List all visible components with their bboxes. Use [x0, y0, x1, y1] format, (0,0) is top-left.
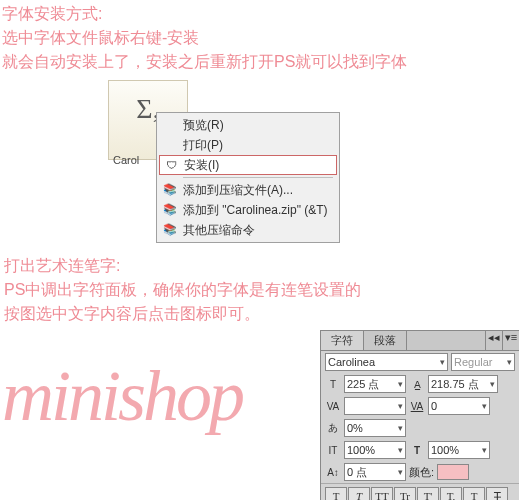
install-instructions: 字体安装方式: 选中字体文件鼠标右键-安装 就会自动安装上了，安装之后重新打开P… — [0, 0, 519, 74]
ctx-other-zip[interactable]: 📚 其他压缩命令 — [159, 220, 337, 240]
baseline-icon: A↕ — [325, 467, 341, 478]
shield-icon: 🛡 — [164, 158, 178, 172]
panel-menu-icon[interactable]: ▾≡ — [502, 331, 519, 350]
header-line: 按图选中文字内容后点击图标即可。 — [4, 302, 361, 326]
baseline-input[interactable]: 0 点 — [344, 463, 406, 481]
watermark-text: minishop — [2, 355, 242, 438]
tab-character[interactable]: 字符 — [321, 331, 364, 350]
style-buttons-row: T T TT Tr T' T, T T̶ — [321, 483, 519, 500]
tsume-icon: あ — [325, 421, 341, 435]
context-menu: 预览(R) 打印(P) 🛡 安装(I) 📚 添加到压缩文件(A)... 📚 添加… — [156, 112, 340, 243]
font-family-select[interactable]: Carolinea — [325, 353, 448, 371]
tab-paragraph[interactable]: 段落 — [364, 331, 407, 350]
ctx-preview[interactable]: 预览(R) — [159, 115, 337, 135]
tsume-input[interactable]: 0% — [344, 419, 406, 437]
vscale-icon: IT — [325, 445, 341, 456]
ot-btn[interactable]: T' — [417, 487, 439, 500]
separator — [183, 177, 333, 178]
ot-btn[interactable]: T, — [440, 487, 462, 500]
kerning-icon: VA — [325, 401, 341, 412]
file-label: Carol — [113, 154, 153, 166]
panel-tabs: 字符 段落 ◂◂ ▾≡ — [321, 331, 519, 351]
font-style-select[interactable]: Regular — [451, 353, 515, 371]
header-line: 打出艺术连笔字: — [4, 254, 361, 278]
header-line: 选中字体文件鼠标右键-安装 — [2, 26, 519, 50]
ot-btn[interactable]: T — [325, 487, 347, 500]
zip-icon: 📚 — [163, 182, 177, 196]
hscale-icon: T — [409, 445, 425, 456]
ctx-add-carolinea-zip[interactable]: 📚 添加到 "Carolinea.zip" (&T) — [159, 200, 337, 220]
hscale-input[interactable]: 100% — [428, 441, 490, 459]
zip-icon: 📚 — [163, 222, 177, 236]
leading-input[interactable]: 218.75 点 — [428, 375, 498, 393]
vscale-input[interactable]: 100% — [344, 441, 406, 459]
tracking-icon: VA — [409, 401, 425, 412]
leading-icon: A̲ — [409, 379, 425, 390]
ctx-install[interactable]: 🛡 安装(I) — [159, 155, 337, 175]
ot-btn[interactable]: T̶ — [486, 487, 508, 500]
color-label: 颜色: — [409, 465, 434, 480]
collapse-icon[interactable]: ◂◂ — [485, 331, 502, 350]
zip-icon: 📚 — [163, 202, 177, 216]
ot-btn[interactable]: Tr — [394, 487, 416, 500]
ligature-instructions: 打出艺术连笔字: PS中调出字符面板，确保你的字体是有连笔设置的 按图选中文字内… — [2, 252, 361, 326]
kerning-input[interactable] — [344, 397, 406, 415]
tracking-input[interactable]: 0 — [428, 397, 490, 415]
panel-controls: ◂◂ ▾≡ — [485, 331, 519, 350]
ctx-add-to-zip[interactable]: 📚 添加到压缩文件(A)... — [159, 180, 337, 200]
font-size-input[interactable]: 225 点 — [344, 375, 406, 393]
header-line: PS中调出字符面板，确保你的字体是有连笔设置的 — [4, 278, 361, 302]
size-icon: T — [325, 379, 341, 390]
character-panel: 字符 段落 ◂◂ ▾≡ Carolinea Regular T 225 点 A̲… — [320, 330, 519, 500]
ot-btn[interactable]: TT — [371, 487, 393, 500]
header-line: 就会自动安装上了，安装之后重新打开PS就可以找到字体 — [2, 50, 519, 74]
ot-btn[interactable]: T — [463, 487, 485, 500]
ot-btn[interactable]: T — [348, 487, 370, 500]
color-swatch[interactable] — [437, 464, 469, 480]
header-line: 字体安装方式: — [2, 2, 519, 26]
ctx-print[interactable]: 打印(P) — [159, 135, 337, 155]
